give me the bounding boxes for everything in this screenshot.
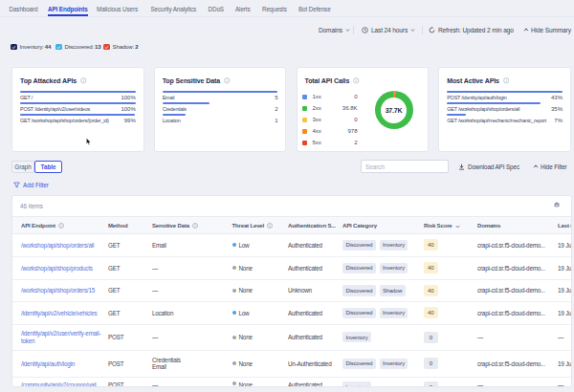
cell-api-endpoint[interactable]: /workshop/api/shop/products: [21, 257, 105, 279]
nav-tab[interactable]: Security Analytics: [151, 0, 197, 16]
cell-api-endpoint[interactable]: /workshop/api/shop/orders/all: [21, 234, 105, 257]
download-api-spec-button[interactable]: Download API Spec: [458, 162, 519, 171]
metric-item: POST /identity/api/auth/login43%: [447, 91, 563, 101]
cell-domains: —: [477, 378, 554, 387]
column-header-api-category[interactable]: API Category: [342, 217, 421, 235]
sort-descending-icon[interactable]: [455, 223, 460, 229]
metric-bar: [163, 114, 186, 116]
metric-label: GET /workshop/api/shop/orders/all: [447, 106, 519, 113]
domains-dropdown[interactable]: Domains: [319, 25, 350, 34]
cell-api-endpoint[interactable]: /community/api/v2/coupon/vali: [21, 378, 105, 387]
legend-checkbox-item[interactable]: Inventory: 44: [11, 43, 51, 51]
info-icon[interactable]: [503, 77, 510, 84]
cell-last-updated: —: [558, 378, 572, 387]
toolbar-separator: [353, 26, 354, 34]
risk-score-badge: 0: [424, 381, 438, 387]
metric-item: Email5: [163, 91, 278, 101]
category-badge: Discovered: [342, 285, 376, 296]
legend-checkbox-item[interactable]: Discovered: 13: [55, 43, 101, 51]
column-header-threat-level[interactable]: Threat Level: [232, 217, 284, 235]
cell-risk-score: 40: [424, 234, 472, 257]
domains-label: Domains: [319, 27, 342, 33]
nav-tab[interactable]: Requests: [262, 0, 287, 16]
threat-level-label: None: [239, 381, 253, 387]
legend-checkbox-item[interactable]: Shadow: 2: [103, 43, 138, 51]
column-header-authentication-status[interactable]: Authentication S...: [288, 217, 340, 235]
metric-bar: [447, 91, 563, 93]
hide-summary-toggle[interactable]: Hide Summary: [523, 25, 571, 34]
metric-value: 43%: [551, 95, 563, 101]
column-label: Threat Level: [232, 223, 265, 229]
info-icon: [58, 223, 64, 229]
refresh-label: Refresh: Updated 2 min ago: [438, 27, 514, 33]
risk-score-badge: 0: [424, 358, 438, 369]
hide-filter-toggle[interactable]: Hide Filter: [533, 162, 567, 171]
cell-threat-level: None: [232, 325, 284, 350]
nav-tab[interactable]: API Endpoints: [48, 0, 88, 16]
cell-api-endpoint[interactable]: /identity/api/auth/login: [21, 351, 105, 378]
checkbox-icon: [11, 44, 17, 51]
column-header-api-endpoint[interactable]: API Endpoint: [21, 217, 105, 235]
table-body: /workshop/api/shop/orders/all GET Email …: [12, 234, 571, 388]
search-input[interactable]: [361, 160, 449, 173]
table-row[interactable]: /workshop/api/shop/products GET — None A…: [12, 256, 571, 279]
table-row[interactable]: /identity/api/v2/vehicle/vehicles GET Lo…: [12, 301, 571, 324]
chevron-down-icon: [410, 28, 415, 33]
info-icon[interactable]: [353, 77, 360, 84]
nav-tab[interactable]: Dashboard: [10, 0, 38, 16]
tab-graph[interactable]: Graph: [11, 161, 34, 173]
category-badge: Discovered: [342, 308, 376, 319]
cell-domains: crapi-cd.sr.f5-cloud-demo...: [477, 302, 554, 324]
cell-threat-level: None: [232, 351, 284, 378]
table-row[interactable]: /community/api/v2/coupon/vali POST — Non…: [12, 377, 571, 387]
column-header-method[interactable]: Method: [108, 217, 146, 235]
metric-bar: [163, 102, 210, 104]
table-row[interactable]: /workshop/api/shop/orders/all GET Email …: [12, 234, 571, 257]
table-row[interactable]: /identity/api/v2/user/verify-email-token…: [12, 324, 571, 350]
cell-api-endpoint[interactable]: /workshop/api/shop/orders/15: [21, 280, 105, 302]
cell-risk-score: 40: [424, 280, 472, 302]
cell-api-endpoint[interactable]: /identity/api/v2/user/verify-email-token: [21, 325, 105, 350]
nav-tab[interactable]: DDoS: [209, 0, 224, 16]
nav-tab[interactable]: Malicious Users: [97, 0, 138, 16]
info-icon[interactable]: [80, 77, 87, 84]
add-filter-button[interactable]: Add Filter: [13, 181, 49, 189]
column-header-risk-score[interactable]: Risk Score: [424, 217, 472, 235]
time-range-dropdown[interactable]: Last 24 hours: [362, 25, 415, 34]
legend-entry: 4xx 978: [302, 125, 358, 137]
column-label: Risk Score: [424, 223, 453, 229]
cell-method: POST: [108, 325, 146, 350]
cell-domains: crapi-cd.sr.f5-cloud-demo...: [477, 280, 554, 302]
api-table-panel: 46 items API Endpoint Method Sensitive D…: [11, 195, 572, 387]
info-icon[interactable]: [224, 77, 231, 84]
table-row[interactable]: /identity/api/auth/login POST Credential…: [12, 350, 571, 378]
nav-tab[interactable]: Alerts: [235, 0, 251, 16]
legend-swatch: [302, 118, 307, 122]
column-header-last-updated[interactable]: Last u: [558, 217, 572, 235]
column-header-domains[interactable]: Domains: [477, 217, 554, 235]
cell-last-updated: —: [558, 325, 572, 350]
table-row[interactable]: /workshop/api/shop/orders/15 GET — None …: [12, 279, 571, 302]
threat-level-dot: [232, 361, 236, 365]
cell-authentication-status: Authenticated: [288, 325, 340, 350]
cell-api-endpoint[interactable]: /identity/api/v2/vehicle/vehicles: [21, 302, 105, 324]
toolbar-separator: [422, 26, 423, 34]
threat-level-dot: [232, 266, 236, 270]
nav-tab[interactable]: Bot Defense: [298, 0, 331, 16]
tab-table[interactable]: Table: [34, 161, 62, 173]
refresh-button[interactable]: Refresh: Updated 2 min ago: [429, 25, 514, 34]
gear-icon[interactable]: [553, 202, 561, 209]
column-label: Sensitive Data: [152, 223, 189, 229]
metric-value: 2: [275, 106, 277, 113]
category-badge: Inventory: [380, 263, 408, 274]
hide-filter-label: Hide Filter: [541, 163, 567, 170]
cell-sensitive-data: —: [152, 325, 227, 350]
card-title: Top Sensitive Data: [163, 77, 220, 84]
cell-risk-score: 40: [424, 302, 472, 324]
metric-label: GET /workshop/api/mechanic/mechanic_repo…: [447, 118, 546, 124]
mouse-cursor: [86, 138, 92, 146]
metric-bar: [20, 114, 135, 116]
chevron-down-icon: [345, 28, 350, 33]
column-header-sensitive-data[interactable]: Sensitive Data: [152, 217, 227, 235]
filter-funnel-icon: [13, 182, 20, 188]
